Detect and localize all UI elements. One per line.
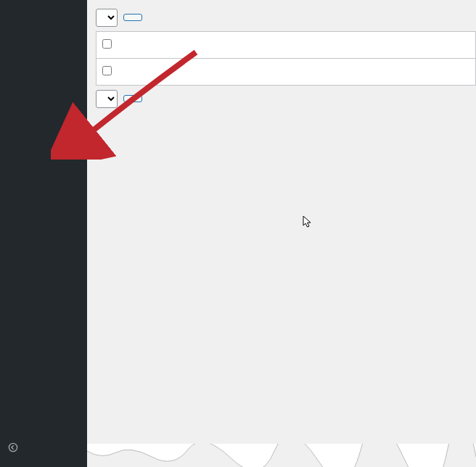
column-description[interactable] — [358, 32, 476, 59]
svg-point-0 — [9, 443, 17, 451]
column-description-foot[interactable] — [358, 59, 476, 86]
apply-button-top[interactable] — [123, 14, 142, 21]
select-all-bottom[interactable] — [102, 66, 112, 75]
column-plugin[interactable] — [118, 32, 358, 59]
torn-edge — [87, 444, 476, 467]
collapse-menu[interactable] — [0, 435, 87, 460]
select-all-top[interactable] — [102, 39, 112, 49]
bulk-actions-bottom[interactable] — [96, 90, 118, 108]
apply-button-bottom[interactable] — [123, 95, 142, 102]
collapse-icon — [6, 440, 20, 455]
bulk-actions-top[interactable] — [96, 9, 118, 27]
column-plugin-foot[interactable] — [118, 59, 358, 86]
